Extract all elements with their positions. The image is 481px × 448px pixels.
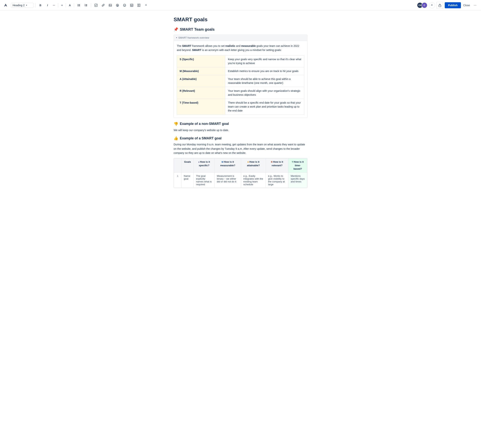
smart-text: During our Monday morning 9 a.m. team me…: [174, 142, 307, 155]
svg-rect-4: [78, 5, 80, 6]
svg-rect-8: [85, 4, 87, 5]
row-attainable: e.g., Easily integrates with the existin…: [241, 172, 266, 188]
intro-text: The SMART framework allows you to set re…: [177, 44, 304, 52]
section-heading: 📌 SMART Team goals: [174, 27, 307, 31]
svg-rect-0: [3, 3, 8, 8]
link-button[interactable]: [100, 2, 106, 8]
svg-rect-2: [78, 4, 80, 5]
goals-table-wrapper: Goalss How is it specific?M How is it me…: [174, 158, 307, 188]
expand-body: The SMART framework allows you to set re…: [174, 41, 307, 118]
non-smart-heading-text: Example of a non-SMART goal: [180, 122, 229, 126]
goals-col-timebased: T How is it time-based?: [288, 158, 307, 173]
smart-key: A (Attainable): [177, 75, 225, 87]
toolbar-divider-4: [74, 3, 74, 8]
task-button[interactable]: [93, 2, 99, 8]
add-collaborator-button[interactable]: +: [429, 2, 435, 8]
goals-table-head: Goalss How is it specific?M How is it me…: [174, 158, 307, 173]
goals-col-specific: s How is it specific?: [194, 158, 215, 173]
smart-table-row: A (Attainable)Your team should be able t…: [177, 75, 304, 87]
goals-table-row: 1 Name goal The goal explicitly names wh…: [174, 172, 307, 188]
row-measurable: Measurement is binary – we either did or…: [215, 172, 241, 188]
avatar-group: CK C: [417, 2, 428, 8]
goals-col-measurable: M How is it measurable?: [215, 158, 241, 173]
row-relevant: e.g., Works to give visibility to the co…: [266, 172, 288, 188]
toolbar-divider-5: [91, 3, 91, 8]
align-button[interactable]: ≡: [60, 2, 64, 8]
publish-button[interactable]: Publish: [445, 2, 461, 8]
goals-table-body: 1 Name goal The goal explicitly names wh…: [174, 172, 307, 188]
lock-button[interactable]: [436, 2, 443, 9]
smart-icon: 👍: [174, 136, 178, 140]
svg-rect-10: [85, 5, 87, 6]
smart-key: M (Measurable): [177, 67, 225, 75]
svg-point-18: [123, 4, 126, 6]
expand-panel: ▾ SMART framework overview The SMART fra…: [174, 35, 307, 118]
svg-rect-13: [95, 4, 97, 7]
non-smart-text: We will keep our company's website up to…: [174, 128, 307, 132]
image-button[interactable]: [107, 2, 113, 8]
goals-table: Goalss How is it specific?M How is it me…: [174, 158, 307, 188]
svg-point-19: [124, 5, 124, 5]
toolbar-divider-2: [58, 3, 58, 8]
smart-framework-table: S (Specific)Keep your goals very specifi…: [177, 55, 304, 115]
svg-text:3.: 3.: [84, 5, 85, 6]
smart-value: There should be a specific end date for …: [225, 99, 304, 115]
heading-select-label: Heading 2: [13, 4, 25, 7]
emoji-button[interactable]: [121, 2, 128, 8]
svg-rect-27: [139, 4, 140, 7]
section-heading-icon: 📌: [174, 27, 178, 31]
toolbar-divider-3: [66, 3, 66, 8]
italic-button[interactable]: I: [45, 2, 51, 8]
smart-heading: 👍 Example of a SMART goal: [174, 136, 307, 140]
ordered-list-button[interactable]: 1.2.3.: [83, 2, 89, 8]
svg-point-3: [77, 5, 78, 6]
smart-heading-text: Example of a SMART goal: [180, 136, 222, 140]
table-button[interactable]: [129, 2, 135, 8]
page-title: SMART goals: [174, 16, 307, 23]
heading-select[interactable]: Heading 2 ▾: [11, 3, 33, 8]
svg-point-17: [117, 5, 118, 6]
smart-table-row: S (Specific)Keep your goals very specifi…: [177, 55, 304, 67]
bullet-list-button[interactable]: [76, 2, 82, 8]
mention-button[interactable]: [114, 2, 120, 8]
smart-table-row: T (Time-based)There should be a specific…: [177, 99, 304, 115]
svg-rect-21: [130, 4, 133, 7]
smart-key: R (Relevant): [177, 87, 225, 99]
smart-table-row: R (Relevant)Your team goals should align…: [177, 87, 304, 99]
color-button[interactable]: A: [68, 2, 72, 8]
non-smart-heading: 👎 Example of a non-SMART goal: [174, 122, 307, 126]
svg-point-5: [77, 6, 78, 6]
more-format-button[interactable]: ···: [52, 2, 56, 8]
svg-point-1: [77, 4, 78, 5]
toolbar-right: CK C + Publish Close ···: [417, 2, 478, 9]
bold-button[interactable]: B: [38, 2, 43, 8]
smart-key: T (Time-based): [177, 99, 225, 115]
row-goals: Name goal: [181, 172, 194, 188]
avatar-c: C: [421, 2, 428, 8]
smart-value: Your team goals should align with your o…: [225, 87, 304, 99]
svg-point-20: [125, 5, 125, 5]
svg-rect-12: [85, 6, 87, 6]
row-timebased: Mentions specific days and times: [288, 172, 307, 188]
logo-icon: [3, 3, 8, 8]
section-heading-text: SMART Team goals: [180, 27, 215, 31]
close-button[interactable]: Close: [462, 2, 471, 8]
toolbar: Heading 2 ▾ B I ··· ≡ A 1.2.3. +: [0, 0, 481, 10]
smart-value: Your team should be able to achieve this…: [225, 75, 304, 87]
smart-value: Establish metrics to ensure you are on t…: [225, 67, 304, 75]
more-insert-button[interactable]: +: [143, 2, 149, 8]
layout-button[interactable]: [136, 2, 142, 8]
smart-key: S (Specific): [177, 55, 225, 67]
smart-value: Keep your goals very specific and narrow…: [225, 55, 304, 67]
svg-rect-6: [78, 6, 80, 6]
toolbar-divider-1: [35, 3, 36, 8]
chevron-down-icon: ▾: [176, 37, 177, 39]
svg-rect-28: [439, 5, 441, 7]
expand-header[interactable]: ▾ SMART framework overview: [174, 35, 307, 41]
goals-col-goals: Goals: [181, 158, 194, 173]
non-smart-icon: 👎: [174, 122, 178, 126]
goals-col-relevant: R How is it relevant?: [266, 158, 288, 173]
chevron-down-icon: ▾: [26, 4, 27, 6]
more-options-button[interactable]: ···: [472, 2, 478, 8]
goals-col-num: [174, 158, 181, 173]
